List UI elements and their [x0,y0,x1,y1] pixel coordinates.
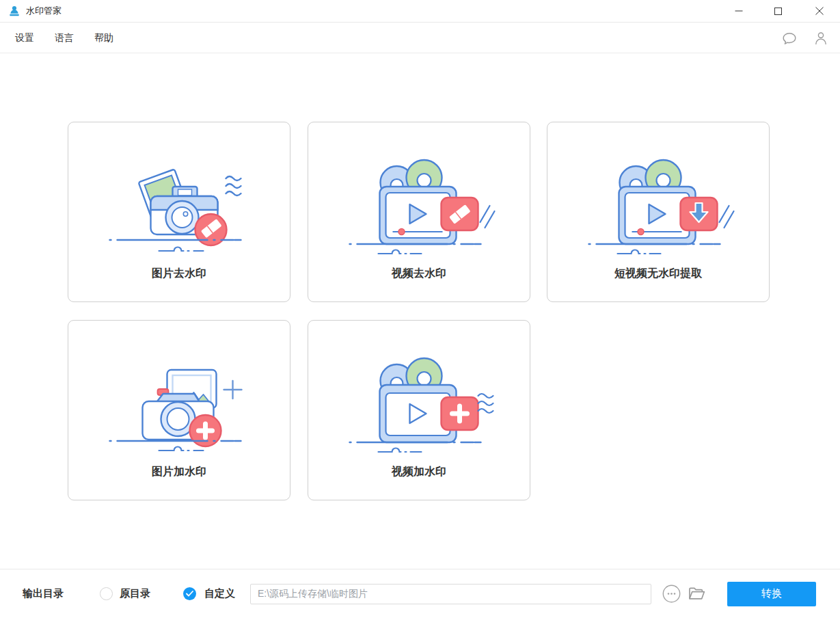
convert-button[interactable]: 转换 [727,582,816,606]
card-label: 图片去水印 [68,267,290,281]
camera-eraser-illustration [99,155,260,261]
original-dir-label[interactable]: 原目录 [120,587,150,600]
close-button[interactable] [804,0,835,22]
menu-settings[interactable]: 设置 [10,29,40,47]
card-label: 短视频无水印提取 [547,267,769,281]
window-title: 水印管家 [26,5,62,17]
output-directory-bar: 输出目录 原目录 自定义 转换 [0,569,840,618]
card-image-remove-watermark[interactable]: 图片去水印 [68,122,290,302]
card-video-add-watermark[interactable]: 视频加水印 [308,320,530,500]
original-dir-radio[interactable] [100,587,113,600]
main-content: 图片去水印 视频去水印 [0,54,840,569]
open-folder-icon[interactable] [687,585,705,603]
camera-plus-illustration [99,353,260,459]
video-plus-illustration [339,353,500,459]
card-label: 视频去水印 [308,267,530,281]
minimize-button[interactable] [723,0,755,22]
card-video-remove-watermark[interactable]: 视频去水印 [308,122,530,302]
maximize-button[interactable] [762,0,794,22]
browse-ellipsis-icon[interactable] [662,585,681,603]
menu-language[interactable]: 语言 [49,29,79,47]
card-label: 视频加水印 [308,465,530,479]
card-label: 图片加水印 [68,465,290,479]
user-icon[interactable] [813,30,829,46]
menubar: 设置 语言 帮助 [0,23,840,53]
card-image-add-watermark[interactable]: 图片加水印 [68,320,290,500]
card-short-video-extract[interactable]: 短视频无水印提取 [547,122,770,302]
output-path-input[interactable] [250,584,651,604]
video-download-illustration [578,155,739,261]
custom-dir-label[interactable]: 自定义 [204,587,235,600]
custom-dir-checkbox[interactable] [183,587,196,600]
titlebar: 水印管家 [0,0,840,23]
output-dir-label: 输出目录 [23,587,64,600]
chat-bubble-icon[interactable] [781,30,798,46]
video-eraser-illustration [339,155,500,261]
app-logo-stamp-icon [8,5,21,17]
menu-help[interactable]: 帮助 [89,29,119,47]
